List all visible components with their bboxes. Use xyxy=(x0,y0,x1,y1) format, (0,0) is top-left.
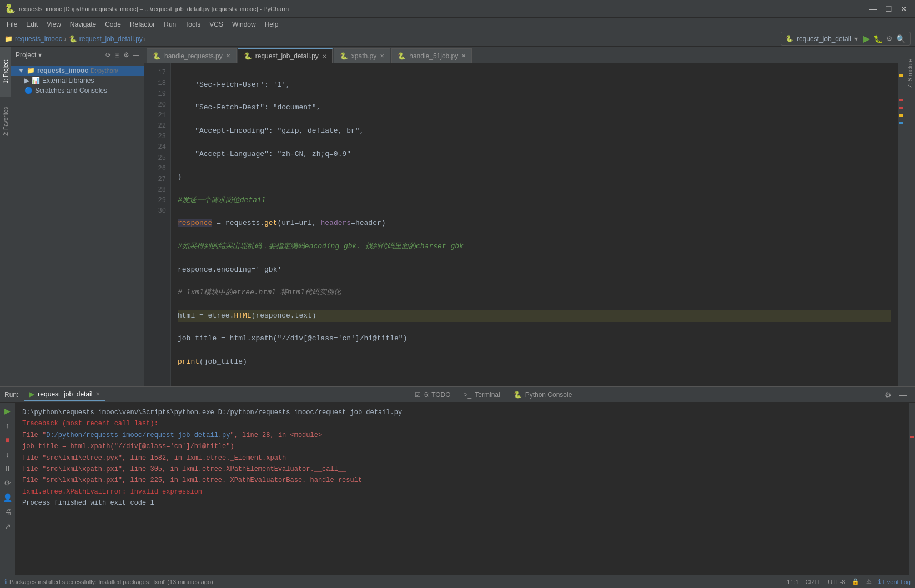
code-content[interactable]: 'Sec-Fetch-User': '1', "Sec-Fetch-Dest":… xyxy=(171,63,897,386)
tree-item-root[interactable]: ▼ 📁 requests_imooc D:\python\ xyxy=(11,66,144,76)
run-button[interactable]: ▶ xyxy=(863,33,870,44)
run-person-button[interactable]: 👤 xyxy=(2,491,14,504)
console-file4: File "src\lxml\xpath.pxi", line 225, in … xyxy=(22,475,902,486)
code-line-27: html = etree.HTML(responce.text) xyxy=(178,310,891,322)
menu-tools[interactable]: Tools xyxy=(180,18,205,31)
run-export-button[interactable]: ↗ xyxy=(2,520,14,532)
menu-edit[interactable]: Edit xyxy=(22,18,42,31)
panel-minimize-icon[interactable]: — xyxy=(133,51,139,59)
run-play-button[interactable]: ▶ xyxy=(2,405,14,417)
code-line-29: print(job_title) xyxy=(178,356,891,368)
code-line-23: responce = requests.get(url=url, headers… xyxy=(178,218,891,229)
menu-help[interactable]: Help xyxy=(260,18,283,31)
run-print-button[interactable]: 🖨 xyxy=(2,506,14,518)
collapse-all-icon[interactable]: ⊟ xyxy=(114,51,120,59)
code-editor[interactable]: 17 18 19 20 21 22 23 24 25 26 27 28 29 3… xyxy=(144,63,904,386)
tab-request-job-detail[interactable]: 🐍 request_job_detail.py ✕ xyxy=(238,48,333,63)
packages-icon: ℹ xyxy=(4,578,7,586)
tab-python-console[interactable]: 🐍 Python Console xyxy=(508,388,578,401)
app-icon: 🐍 xyxy=(4,3,16,14)
minimize-button[interactable]: — xyxy=(866,3,879,15)
project-tree: ▼ 📁 requests_imooc D:\python\ ▶ 📊 Extern… xyxy=(11,63,144,386)
tree-icon-folder: 📁 xyxy=(27,67,35,74)
maximize-button[interactable]: ☐ xyxy=(882,3,895,15)
tab-close-1[interactable]: ✕ xyxy=(226,53,230,59)
event-log-label: Event Log xyxy=(883,579,911,585)
folder-open-icon: ▼ xyxy=(18,67,24,74)
event-log-icon: ℹ xyxy=(878,578,881,585)
tree-extra-path: D:\python\ xyxy=(91,67,118,74)
breadcrumb-arrow: › xyxy=(144,35,146,43)
menu-file[interactable]: File xyxy=(2,18,22,31)
run-config-dropdown-icon[interactable]: ▾ xyxy=(854,35,858,43)
run-stop-button[interactable]: ■ xyxy=(2,434,14,446)
panel-settings-icon[interactable]: ⚙ xyxy=(123,51,129,59)
breadcrumb-icon2: 🐍 xyxy=(69,35,77,43)
tree-label-root: requests_imooc xyxy=(37,67,88,74)
console-settings-button[interactable]: ⚙ xyxy=(881,390,895,399)
debug-button[interactable]: 🐛 xyxy=(873,34,883,43)
console-output-cmd: D:\python\requests_imooc\venv\Scripts\py… xyxy=(22,407,902,418)
code-line-25: responce.encoding=' gbk' xyxy=(178,264,891,276)
python-console-icon: 🐍 xyxy=(514,391,522,399)
tab-xpath[interactable]: 🐍 xpath.py ✕ xyxy=(334,48,390,63)
tab-icon-3: 🐍 xyxy=(340,52,348,60)
window-title: requests_imooc [D:\python\requests_imooc… xyxy=(19,6,866,12)
tab-run[interactable]: ▶ request_job_detail ✕ xyxy=(24,388,105,401)
tab-todo[interactable]: ☑ 6: TODO xyxy=(409,388,456,401)
run-tab-close[interactable]: ✕ xyxy=(95,391,100,397)
statusbar-lock-icon: 🔒 xyxy=(852,578,859,585)
sidebar-item-structure[interactable]: Z: Structure xyxy=(904,51,916,96)
tab-close-2[interactable]: ✕ xyxy=(322,53,326,59)
tab-terminal[interactable]: >_ Terminal xyxy=(459,388,506,401)
breadcrumb-project[interactable]: requests_imooc xyxy=(15,35,62,43)
search-everywhere-button[interactable]: 🔍 xyxy=(896,34,906,43)
breadcrumb-file[interactable]: request_job_detail.py xyxy=(79,35,143,43)
statusbar-encoding[interactable]: UTF-8 xyxy=(828,579,845,585)
run-scroll-up-button[interactable]: ↑ xyxy=(2,419,14,431)
run-pause-button[interactable]: ⏸ xyxy=(2,463,14,475)
menu-code[interactable]: Code xyxy=(100,18,125,31)
console-minimize-icon[interactable]: — xyxy=(896,390,911,399)
crlf-value: CRLF xyxy=(806,579,822,585)
run-scroll-down-button[interactable]: ↓ xyxy=(2,448,14,460)
tree-item-external-libs[interactable]: ▶ 📊 External Libraries xyxy=(11,76,144,86)
console-file-line: File "D:/python/requests_imooc/request_j… xyxy=(22,430,902,441)
menu-run[interactable]: Run xyxy=(159,18,180,31)
breadcrumb-sep: › xyxy=(64,35,67,43)
console-scrollbar[interactable] xyxy=(908,403,915,575)
code-line-30 xyxy=(178,380,891,386)
position-value: 11:1 xyxy=(787,579,798,585)
menu-window[interactable]: Window xyxy=(228,18,260,31)
menu-navigate[interactable]: Navigate xyxy=(66,18,100,31)
tab-icon-2: 🐍 xyxy=(244,52,252,60)
todo-icon: ☑ xyxy=(415,391,421,399)
tree-item-scratches[interactable]: 🔵 Scratches and Consoles xyxy=(11,86,144,96)
code-line-18: "Sec-Fetch-Dest": "document", xyxy=(178,102,891,114)
close-button[interactable]: ✕ xyxy=(897,3,911,15)
breadcrumb-icon: 📁 xyxy=(4,35,13,43)
sync-icon[interactable]: ⟳ xyxy=(105,51,111,59)
run-config-name[interactable]: request_job_detail xyxy=(797,35,851,43)
run-step-button[interactable]: ⟳ xyxy=(2,477,14,489)
sidebar-item-favorites[interactable]: 2: Favorites xyxy=(0,97,11,147)
statusbar-position[interactable]: 11:1 xyxy=(787,579,798,585)
todo-label: 6: TODO xyxy=(424,391,451,399)
window-controls: — ☐ ✕ xyxy=(866,3,911,15)
left-sidebar-tabs: 1: Project 2: Favorites xyxy=(0,47,11,386)
tab-close-3[interactable]: ✕ xyxy=(380,53,384,59)
tab-close-4[interactable]: ✕ xyxy=(461,53,466,59)
right-indicators xyxy=(897,63,904,386)
menu-vcs[interactable]: VCS xyxy=(205,18,228,31)
menu-view[interactable]: View xyxy=(42,18,66,31)
coverage-button[interactable]: ⚙ xyxy=(886,34,893,43)
run-config-icon: 🐍 xyxy=(786,35,793,42)
menu-refactor[interactable]: Refactor xyxy=(125,18,159,31)
tab-label-4: handle_51job.py xyxy=(409,52,458,60)
console-file-link[interactable]: D:/python/requests_imooc/request_job_det… xyxy=(46,431,230,439)
tab-handle-requests[interactable]: 🐍 handle_requests.py ✕ xyxy=(147,48,237,63)
sidebar-item-project[interactable]: 1: Project xyxy=(0,47,11,97)
tab-handle-51job[interactable]: 🐍 handle_51job.py ✕ xyxy=(391,48,472,63)
statusbar-crlf[interactable]: CRLF xyxy=(806,579,822,585)
statusbar-event-log[interactable]: ℹ Event Log xyxy=(878,578,911,585)
